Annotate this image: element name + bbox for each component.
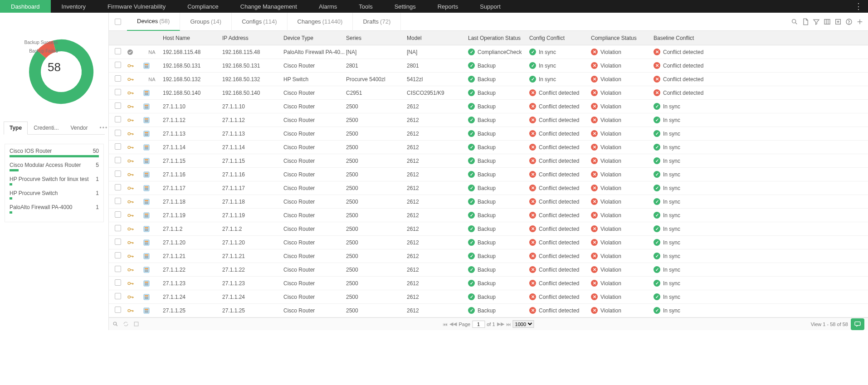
footer-search-icon[interactable]	[112, 321, 118, 327]
table-row[interactable]: NA192.168.115.48192.168.115.48PaloAlto F…	[109, 45, 868, 59]
row-checkbox[interactable]	[115, 225, 121, 231]
table-row[interactable]: 27.1.1.1927.1.1.19Cisco Router25002612✓B…	[109, 209, 868, 222]
nav-settings[interactable]: Settings	[384, 0, 427, 13]
page-first-icon[interactable]: ⏮	[443, 322, 448, 327]
col-compliance[interactable]: Compliance Status	[591, 35, 653, 41]
table-row[interactable]: NA192.168.50.132192.168.50.132HP SwitchP…	[109, 73, 868, 86]
search-icon[interactable]	[791, 18, 798, 25]
row-checkbox[interactable]	[115, 171, 121, 177]
table-row[interactable]: 27.1.1.2427.1.1.24Cisco Router25002612✓B…	[109, 290, 868, 304]
table-row[interactable]: 27.1.1.227.1.1.2Cisco Router25002612✓Bac…	[109, 222, 868, 236]
cell-model: 2612	[407, 185, 468, 191]
type-row[interactable]: HP Procurve Switch1	[10, 190, 99, 196]
col-configconflict[interactable]: Config Conflict	[529, 35, 591, 41]
row-checkbox[interactable]	[115, 239, 121, 245]
row-checkbox[interactable]	[115, 211, 121, 218]
columns-icon[interactable]	[824, 18, 831, 25]
nav-reports[interactable]: Reports	[427, 0, 469, 13]
row-checkbox[interactable]	[115, 143, 121, 150]
table-row[interactable]: 27.1.1.2027.1.1.20Cisco Router25002612✓B…	[109, 236, 868, 249]
nav-change-management[interactable]: Change Management	[229, 0, 308, 13]
row-checkbox[interactable]	[115, 130, 121, 136]
row-checkbox[interactable]	[115, 102, 121, 109]
device-icon	[143, 103, 161, 110]
row-checkbox[interactable]	[115, 266, 121, 272]
nav-compliance[interactable]: Compliance	[176, 0, 229, 13]
help-icon[interactable]	[845, 18, 853, 25]
cell-devicetype: Cisco Router	[283, 226, 346, 232]
col-lastop[interactable]: Last Operation Status	[468, 35, 529, 41]
table-row[interactable]: 27.1.1.1327.1.1.13Cisco Router25002612✓B…	[109, 127, 868, 141]
row-checkbox[interactable]	[115, 157, 121, 163]
row-checkbox[interactable]	[115, 184, 121, 190]
footer-refresh-icon[interactable]	[123, 321, 129, 327]
page-next-icon[interactable]: ▶▶	[497, 321, 504, 327]
tab-devices[interactable]: Devices (58)	[127, 13, 180, 31]
tab-changes[interactable]: Changes (11440)	[288, 13, 353, 31]
select-all-checkbox[interactable]	[115, 19, 121, 25]
nav-firmware-vulnerability[interactable]: Firmware Vulnerability	[97, 0, 176, 13]
col-devicetype[interactable]: Device Type	[283, 35, 346, 41]
nav-more-icon[interactable]: ⋮	[854, 1, 863, 11]
sidetab-vendor[interactable]: Vendor	[64, 122, 93, 134]
nav-support[interactable]: Support	[469, 0, 512, 13]
svg-rect-98	[145, 298, 148, 298]
table-row[interactable]: 27.1.1.1527.1.1.15Cisco Router25002612✓B…	[109, 154, 868, 168]
table-row[interactable]: 27.1.1.1227.1.1.12Cisco Router25002612✓B…	[109, 113, 868, 127]
row-checkbox[interactable]	[115, 293, 121, 299]
filter-icon[interactable]	[813, 18, 820, 25]
row-checkbox[interactable]	[115, 48, 121, 54]
row-checkbox[interactable]	[115, 75, 121, 82]
col-hostname[interactable]: Host Name	[161, 35, 222, 41]
table-row[interactable]: 27.1.1.1427.1.1.14Cisco Router25002612✓B…	[109, 141, 868, 154]
row-checkbox[interactable]	[115, 198, 121, 204]
type-row[interactable]: PaloAlto Firewall PA-40001	[10, 204, 99, 210]
row-checkbox[interactable]	[115, 116, 121, 122]
page-prev-icon[interactable]: ◀◀	[449, 321, 457, 327]
nav-inventory[interactable]: Inventory	[51, 0, 97, 13]
row-checkbox[interactable]	[115, 62, 121, 68]
cell-series: 2500	[346, 158, 407, 164]
row-checkbox[interactable]	[115, 89, 121, 95]
type-row[interactable]: Cisco Modular Access Router5	[10, 162, 99, 168]
pdf-icon[interactable]	[802, 18, 809, 25]
cell-ip: 27.1.1.15	[222, 158, 283, 164]
svg-rect-58	[145, 189, 148, 190]
table-row[interactable]: 27.1.1.2127.1.1.21Cisco Router25002612✓B…	[109, 249, 868, 263]
page-input[interactable]	[472, 321, 485, 328]
tab-groups[interactable]: Groups (14)	[180, 13, 232, 31]
table-row[interactable]: 27.1.1.1027.1.1.10Cisco Router25002612✓B…	[109, 100, 868, 113]
row-checkbox[interactable]	[115, 307, 121, 313]
page-last-icon[interactable]: ⏭	[506, 322, 511, 327]
row-checkbox[interactable]	[115, 252, 121, 258]
sidetab-type[interactable]: Type	[4, 122, 28, 135]
cell-ip: 192.168.50.132	[222, 76, 283, 83]
nav-alarms[interactable]: Alarms	[308, 0, 348, 13]
col-ipaddress[interactable]: IP Address	[222, 35, 283, 41]
table-row[interactable]: 27.1.1.1827.1.1.18Cisco Router25002612✓B…	[109, 195, 868, 209]
col-series[interactable]: Series	[346, 35, 407, 41]
col-baseline[interactable]: Baseline Conflict	[653, 35, 712, 41]
type-row[interactable]: HP Procurve Switch for linux test1	[10, 176, 99, 182]
sidetab-credenti[interactable]: Credenti...	[28, 122, 64, 134]
page-size-select[interactable]: 1000	[513, 320, 534, 328]
export-icon[interactable]	[834, 18, 842, 25]
table-row[interactable]: 27.1.1.2227.1.1.22Cisco Router25002612✓B…	[109, 263, 868, 277]
type-row[interactable]: Cisco IOS Router50	[10, 148, 99, 154]
table-row[interactable]: 27.1.1.2327.1.1.23Cisco Router25002612✓B…	[109, 277, 868, 290]
footer-grid-icon[interactable]	[133, 321, 139, 327]
table-row[interactable]: 27.1.1.1627.1.1.16Cisco Router25002612✓B…	[109, 168, 868, 181]
row-checkbox[interactable]	[115, 279, 121, 286]
chat-icon[interactable]	[851, 318, 864, 330]
nav-dashboard[interactable]: Dashboard	[0, 0, 51, 13]
nav-tools[interactable]: Tools	[348, 0, 383, 13]
tab-configs[interactable]: Configs (114)	[232, 13, 287, 31]
table-row[interactable]: 192.168.50.140192.168.50.140Cisco Router…	[109, 86, 868, 100]
add-icon[interactable]	[856, 18, 863, 25]
col-model[interactable]: Model	[407, 35, 468, 41]
tab-drafts[interactable]: Drafts (72)	[353, 13, 401, 31]
table-row[interactable]: 27.1.1.2527.1.1.25Cisco Router25002612✓B…	[109, 304, 868, 317]
table-row[interactable]: 192.168.50.131192.168.50.131Cisco Router…	[109, 59, 868, 73]
table-row[interactable]: 27.1.1.1727.1.1.17Cisco Router25002612✓B…	[109, 181, 868, 195]
cell-series: 2500	[346, 226, 407, 232]
